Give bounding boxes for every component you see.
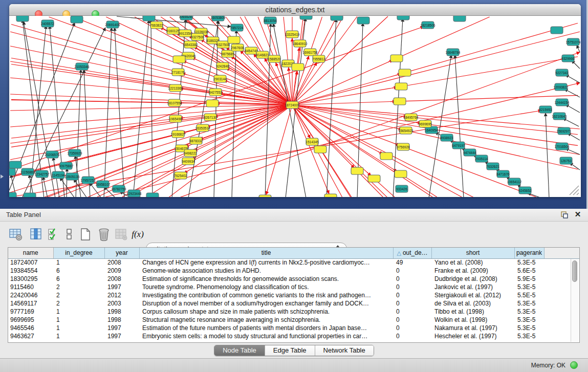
network-node[interactable] xyxy=(71,16,83,23)
table-cell[interactable]: 1997 xyxy=(104,332,139,340)
network-node[interactable]: 2935114 xyxy=(475,155,488,162)
table-cell[interactable]: 1 xyxy=(53,324,104,332)
new-table-button[interactable] xyxy=(78,227,93,242)
table-cell[interactable]: Tourette syndrome. Phenomenology and cla… xyxy=(139,283,393,291)
column-header-name[interactable]: name xyxy=(8,248,53,258)
delete-table-button[interactable] xyxy=(96,227,112,242)
network-node[interactable] xyxy=(146,193,159,197)
table-cell[interactable]: Hescheler et al. (1997) xyxy=(431,332,514,340)
network-node[interactable]: 17016504 xyxy=(555,143,570,150)
table-cell[interactable]: 5.3E-5 xyxy=(514,299,544,308)
table-cell[interactable]: 5.5E-5 xyxy=(514,291,544,299)
table-cell[interactable]: 2009 xyxy=(104,267,139,275)
column-visibility-button[interactable] xyxy=(29,227,44,242)
network-window-titlebar[interactable]: citations_edges.txt xyxy=(9,4,581,16)
network-edge[interactable] xyxy=(292,32,580,105)
network-node[interactable]: 21053346 xyxy=(75,63,90,70)
table-mode-button[interactable] xyxy=(8,227,24,242)
network-node[interactable] xyxy=(395,170,407,178)
table-cell[interactable]: 1 xyxy=(53,316,104,324)
network-node[interactable]: 16648784 xyxy=(446,49,461,56)
network-node[interactable]: 16210643 xyxy=(552,113,567,120)
network-node[interactable]: 17957253 xyxy=(81,177,96,184)
network-node[interactable] xyxy=(331,16,343,20)
table-cell[interactable]: 1998 xyxy=(104,308,139,316)
window-resize-grip[interactable] xyxy=(568,184,580,196)
network-node[interactable]: 16961758 xyxy=(303,49,318,56)
network-node[interactable] xyxy=(9,192,16,197)
network-node[interactable] xyxy=(453,16,466,21)
table-cell[interactable]: Stergiakouli et al. (2012) xyxy=(431,291,514,299)
table-cell[interactable]: 14569117 xyxy=(8,299,53,308)
network-node[interactable]: 15692971 xyxy=(557,127,572,135)
network-edge[interactable] xyxy=(104,28,112,197)
table-cell[interactable]: 18300295 xyxy=(8,275,53,283)
table-cell[interactable]: Corpus callosum shape and size in male p… xyxy=(139,308,393,316)
network-node[interactable]: 9474444 xyxy=(463,149,476,156)
network-node[interactable]: 8267130 xyxy=(204,114,217,121)
table-cell[interactable]: Embryonic stem cells: a model to study s… xyxy=(139,332,393,340)
network-node[interactable] xyxy=(9,168,15,176)
table-row[interactable]: 946362711997Embryonic stem cells: a mode… xyxy=(8,332,579,340)
network-edge[interactable] xyxy=(289,68,289,73)
table-cell[interactable]: 1997 xyxy=(104,283,139,291)
table-cell[interactable]: Dudbridge et al. (2008) xyxy=(431,275,514,283)
table-cell[interactable]: 2008 xyxy=(104,258,139,267)
row-height-button[interactable] xyxy=(61,227,77,242)
network-edge[interactable] xyxy=(308,134,310,138)
tab-network-table[interactable]: Network Table xyxy=(315,345,374,356)
tab-node-table[interactable]: Node Table xyxy=(214,345,265,356)
network-node[interactable]: 7857224 xyxy=(230,24,244,31)
table-cell[interactable]: 2 xyxy=(53,299,104,308)
scrollbar-thumb[interactable] xyxy=(572,260,577,282)
network-node[interactable]: 7955812 xyxy=(312,55,325,62)
network-node[interactable]: 19166827 xyxy=(171,130,186,138)
network-edge[interactable] xyxy=(327,189,329,193)
network-node[interactable]: 2967608 xyxy=(231,44,244,51)
network-node[interactable]: 17359929 xyxy=(68,149,82,157)
network-node[interactable]: 8813054 xyxy=(264,17,277,24)
table-cell[interactable]: Genome-wide association studies in ADHD. xyxy=(139,267,393,275)
table-cell[interactable]: 9777169 xyxy=(8,308,53,316)
table-cell[interactable]: 0 xyxy=(393,308,431,316)
network-node[interactable]: 1588520 xyxy=(268,55,281,62)
table-cell[interactable]: 2003 xyxy=(104,299,139,308)
table-cell[interactable]: 0 xyxy=(393,267,431,275)
table-cell[interactable]: 5.3E-5 xyxy=(514,332,544,340)
network-node[interactable]: 13325419 xyxy=(285,31,300,38)
network-edge[interactable] xyxy=(10,105,292,176)
network-node[interactable] xyxy=(24,193,36,197)
table-scrollbar[interactable] xyxy=(571,259,579,342)
network-node[interactable]: 9912354 xyxy=(179,30,192,37)
table-cell[interactable]: 5.3E-5 xyxy=(514,283,544,291)
network-canvas[interactable]: 2405572206914061065528716053809785722488… xyxy=(9,16,581,197)
network-node[interactable] xyxy=(173,56,185,63)
network-node[interactable]: 9498222 xyxy=(184,149,197,157)
network-node[interactable]: 1514345 xyxy=(306,138,319,145)
network-node[interactable]: 16353514 xyxy=(195,124,210,132)
network-node[interactable] xyxy=(380,152,393,160)
network-node[interactable]: 9242848 xyxy=(216,62,229,70)
table-cell[interactable]: 22420046 xyxy=(8,291,53,299)
network-node[interactable]: 2903144 xyxy=(213,75,227,82)
network-edge[interactable] xyxy=(546,113,549,197)
network-node[interactable]: 90975887 xyxy=(59,162,74,169)
network-node[interactable]: 9756928 xyxy=(397,143,410,150)
table-cell[interactable]: 0 xyxy=(393,283,431,291)
network-node[interactable]: 2718176 xyxy=(171,69,185,76)
table-cell[interactable]: 18724007 xyxy=(8,258,53,267)
table-cell[interactable]: Tibbo et al. (1998) xyxy=(431,308,514,316)
network-edge[interactable] xyxy=(115,28,124,197)
network-node[interactable]: 8215953 xyxy=(539,106,552,113)
network-node[interactable] xyxy=(351,167,363,174)
column-header-year[interactable]: year xyxy=(104,248,139,258)
table-cell[interactable]: Estimation of significance thresholds fo… xyxy=(139,275,393,283)
network-node[interactable]: 13505135 xyxy=(65,173,80,180)
network-node[interactable]: 18495764 xyxy=(404,114,419,121)
network-node[interactable] xyxy=(324,194,337,197)
network-node[interactable]: 15654923 xyxy=(399,127,413,134)
network-node[interactable]: 9245652 xyxy=(518,187,532,194)
network-node[interactable]: 2405572 xyxy=(41,20,54,27)
table-cell[interactable]: Jankovic et al. (1997) xyxy=(431,283,514,291)
network-node[interactable]: 18107554 xyxy=(167,99,182,106)
